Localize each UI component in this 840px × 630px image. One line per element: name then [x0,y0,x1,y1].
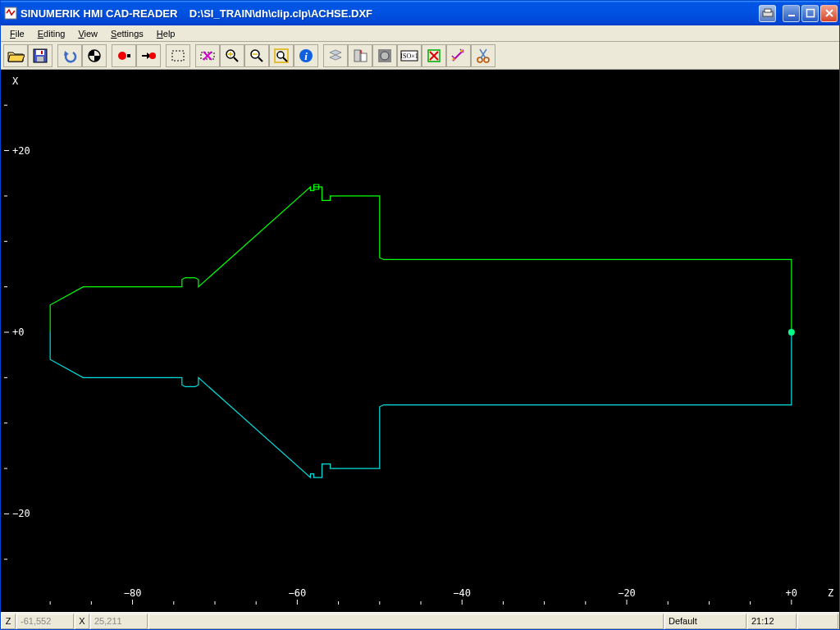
save-icon[interactable] [28,44,52,67]
window-title: SINUMERIK HMI CAD-READER D:\SI_TRAIN\dh\… [21,7,759,20]
svg-rect-22 [361,53,367,62]
svg-point-30 [477,57,482,62]
goto-red-icon[interactable] [136,44,161,67]
svg-text:ISO×1: ISO×1 [400,52,418,60]
menu-view[interactable]: View [72,27,103,40]
dimension-icon[interactable] [446,44,471,67]
zoom-in-icon[interactable] [220,44,244,67]
center-target-icon[interactable] [82,44,107,67]
record-red-icon[interactable] [112,44,136,67]
cad-drawing: +20+0−20X−80−60−40−20+0Z [1,70,839,611]
svg-rect-7 [37,57,43,62]
svg-rect-21 [354,50,360,62]
svg-rect-8 [41,51,43,54]
svg-text:−40: −40 [453,587,471,599]
zoom-fit-icon[interactable] [269,44,294,67]
svg-point-24 [381,52,389,60]
undo-icon[interactable] [57,44,82,67]
cad-canvas[interactable]: +20+0−20X−80−60−40−20+0Z [1,70,839,612]
minimize-button[interactable] [783,5,800,22]
svg-text:+0: +0 [786,587,797,599]
app-icon [4,7,17,20]
svg-rect-3 [788,15,795,16]
menu-help[interactable]: Help [151,27,181,40]
menu-file[interactable]: File [4,27,30,40]
close-button[interactable] [820,5,838,22]
cut-icon[interactable] [471,44,495,67]
print-button[interactable] [759,5,776,22]
svg-point-10 [118,52,126,60]
circle-select-icon[interactable] [372,44,397,67]
svg-text:−20: −20 [12,508,30,519]
delete-geom-icon[interactable] [422,44,446,67]
iso-toggle-icon[interactable]: ISO×1 [397,44,422,67]
svg-point-28 [453,57,455,60]
select-rect-icon[interactable] [166,44,190,67]
status-z-label: Z [1,614,16,629]
svg-text:+20: +20 [12,145,30,157]
status-extra [797,614,838,629]
trim-x-icon[interactable] [195,44,220,67]
info-icon[interactable]: i [294,44,318,67]
toolbar: i ISO×1 [1,42,839,70]
svg-text:+0: +0 [12,326,24,338]
svg-point-31 [484,57,489,62]
svg-rect-6 [36,50,44,55]
titlebar[interactable]: SINUMERIK HMI CAD-READER D:\SI_TRAIN\dh\… [1,1,839,25]
svg-rect-4 [806,10,814,17]
menubar: File Editing View Settings Help [1,25,839,42]
svg-text:−20: −20 [618,587,636,599]
status-z-value: -61,552 [16,614,74,629]
svg-point-12 [149,52,156,59]
svg-text:i: i [304,50,308,62]
status-spacer [148,614,664,629]
svg-point-73 [788,329,795,336]
svg-text:X: X [12,75,19,87]
menu-editing[interactable]: Editing [32,27,71,40]
open-icon[interactable] [3,44,28,67]
svg-rect-13 [172,51,184,61]
zoom-out-icon[interactable] [244,44,269,67]
svg-point-29 [461,49,463,52]
svg-text:−80: −80 [124,587,142,599]
status-x-label: X [75,614,89,629]
svg-rect-11 [127,54,130,57]
svg-rect-2 [765,9,771,12]
svg-text:Z: Z [828,587,833,599]
status-x-value: 25,211 [90,614,148,629]
statusbar: Z -61,552 X 25,211 Default 21:12 [1,612,839,629]
align-icon[interactable] [348,44,372,67]
status-mode: Default [664,614,746,629]
layers-icon[interactable] [323,44,348,67]
app-window: SINUMERIK HMI CAD-READER D:\SI_TRAIN\dh\… [0,0,840,630]
svg-text:−60: −60 [289,587,307,599]
status-time: 21:12 [747,614,797,629]
svg-point-18 [277,52,284,58]
menu-settings[interactable]: Settings [105,27,149,40]
maximize-button[interactable] [801,5,819,22]
